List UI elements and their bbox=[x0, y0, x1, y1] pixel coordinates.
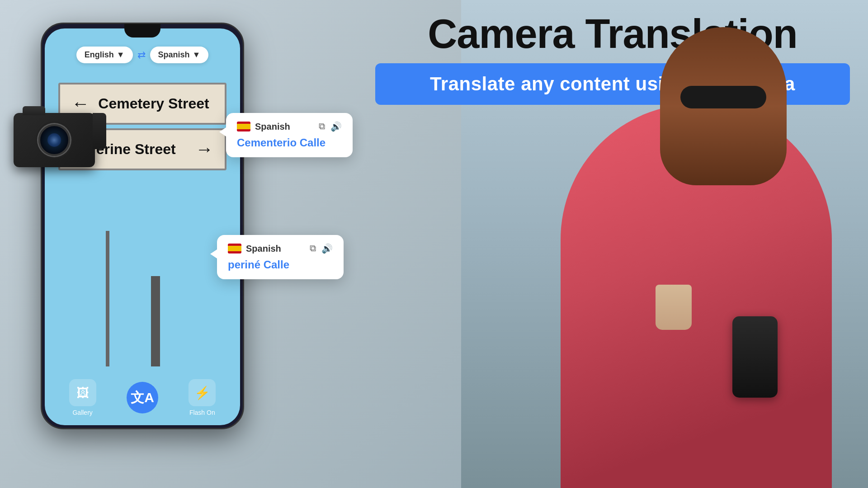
card-2-language: Spanish bbox=[228, 244, 281, 254]
phone-body: English ▼ ⇄ Spanish ▼ ← Cemetery Street … bbox=[41, 23, 244, 429]
camera-top-bump bbox=[23, 106, 45, 115]
camera-decoration bbox=[14, 113, 104, 181]
phone-container: English ▼ ⇄ Spanish ▼ ← Cemetery Street … bbox=[41, 23, 244, 429]
camera-lens-inner bbox=[47, 133, 61, 147]
audio-icon-1[interactable]: 🔊 bbox=[330, 121, 342, 132]
phone-screen: English ▼ ⇄ Spanish ▼ ← Cemetery Street … bbox=[45, 28, 240, 425]
target-language-pill[interactable]: Spanish ▼ bbox=[150, 47, 209, 63]
spanish-flag-2 bbox=[228, 244, 241, 253]
card-1-header: Spanish ⧉ 🔊 bbox=[237, 121, 342, 132]
flash-label: Flash On bbox=[189, 409, 215, 416]
translate-icon: 文A bbox=[131, 389, 154, 407]
source-language-label: English bbox=[85, 50, 114, 60]
target-language-arrow: ▼ bbox=[193, 50, 201, 60]
street-sign-1-text: Cemetery Street bbox=[94, 95, 213, 112]
card-2-actions: ⧉ 🔊 bbox=[310, 243, 333, 254]
camera-grip bbox=[93, 113, 106, 149]
left-arrow-icon: ← bbox=[71, 94, 90, 114]
card-tail-2 bbox=[210, 249, 218, 259]
flash-icon: ⚡ bbox=[189, 379, 216, 406]
translation-card-1: Spanish ⧉ 🔊 Cementerio Calle bbox=[226, 113, 353, 157]
translate-button[interactable]: 文A bbox=[127, 382, 158, 413]
card-1-lang-label: Spanish bbox=[255, 122, 290, 132]
card-tail-1 bbox=[219, 127, 227, 137]
gallery-label: Gallery bbox=[72, 409, 92, 416]
card-1-actions: ⧉ 🔊 bbox=[319, 121, 342, 132]
swap-languages-button[interactable]: ⇄ bbox=[137, 49, 146, 61]
copy-icon-2[interactable]: ⧉ bbox=[310, 243, 316, 254]
card-1-translation: Cementerio Calle bbox=[237, 136, 342, 149]
gallery-button[interactable]: 🖼 Gallery bbox=[69, 379, 96, 416]
spanish-flag-1 bbox=[237, 122, 250, 131]
sign-pole bbox=[151, 276, 160, 366]
copy-icon-1[interactable]: ⧉ bbox=[319, 121, 325, 132]
phone-notch bbox=[124, 24, 160, 38]
card-1-language: Spanish bbox=[237, 122, 290, 132]
coffee-cup bbox=[656, 285, 692, 330]
right-arrow-icon: → bbox=[195, 139, 213, 160]
woman-sunglasses bbox=[680, 86, 766, 108]
card-2-translation: periné Calle bbox=[228, 258, 333, 271]
translation-card-2: Spanish ⧉ 🔊 periné Calle bbox=[217, 235, 344, 279]
camera-lens bbox=[38, 124, 70, 156]
camera-body bbox=[14, 113, 95, 167]
source-language-arrow: ▼ bbox=[117, 50, 125, 60]
flash-button[interactable]: ⚡ Flash On bbox=[189, 379, 216, 416]
light-pole bbox=[106, 231, 109, 366]
card-2-header: Spanish ⧉ 🔊 bbox=[228, 243, 333, 254]
phone-bottom-bar: 🖼 Gallery 文A ⚡ Flash On bbox=[45, 379, 240, 416]
language-selector-bar: English ▼ ⇄ Spanish ▼ bbox=[54, 47, 231, 63]
phone-in-hand-icon bbox=[732, 316, 778, 398]
source-language-pill[interactable]: English ▼ bbox=[76, 47, 133, 63]
gallery-icon: 🖼 bbox=[69, 379, 96, 406]
target-language-label: Spanish bbox=[158, 50, 190, 60]
audio-icon-2[interactable]: 🔊 bbox=[321, 243, 333, 254]
main-title: Camera Translation bbox=[375, 14, 850, 54]
card-2-lang-label: Spanish bbox=[246, 244, 281, 254]
